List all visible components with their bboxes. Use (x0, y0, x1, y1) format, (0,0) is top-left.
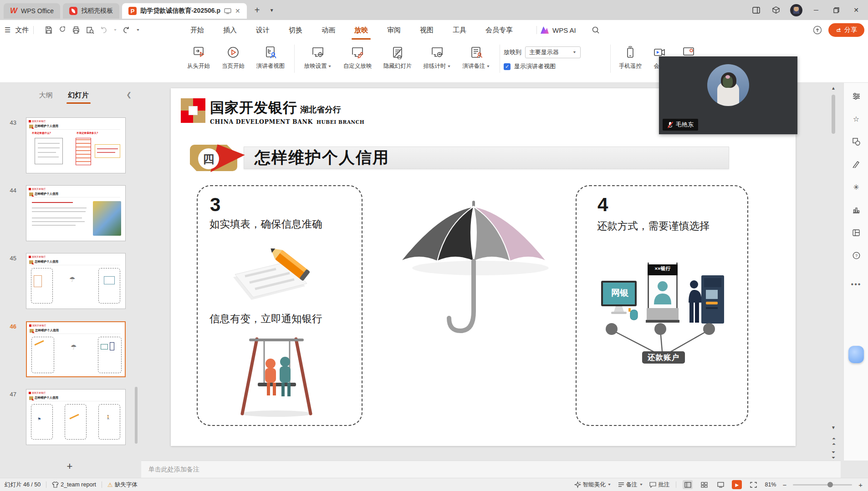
speaker-notes-button[interactable]: 演讲备注▼ (457, 40, 496, 82)
smart-beautify-button[interactable]: 智能美化▼ (574, 481, 612, 489)
slide-thumbnail-45[interactable]: 国家开发银行 怎样维护个人信用 ☂ (26, 253, 126, 309)
webcam-avatar (707, 64, 749, 106)
notes-bar[interactable]: 单击此处添加备注 (141, 461, 841, 478)
scroll-down-icon[interactable]: ▼ (830, 425, 837, 430)
zoom-in-button[interactable]: + (858, 481, 863, 489)
tab-transitions[interactable]: 切换 (289, 26, 302, 35)
file-menu[interactable]: 文件 (15, 26, 29, 35)
touch-mode-floating-icon[interactable] (848, 346, 864, 363)
divider (676, 481, 676, 488)
scroll-up-icon[interactable]: ▲ (830, 86, 837, 91)
fit-to-window-icon[interactable] (748, 480, 758, 489)
reading-view-button[interactable] (715, 480, 725, 489)
tab-docer-label: 找稻壳模板 (81, 7, 113, 15)
redo-dropdown-icon[interactable]: ▼ (136, 28, 140, 32)
phone-remote-icon (623, 46, 637, 59)
shapes-icon[interactable] (850, 136, 862, 147)
search-icon[interactable] (592, 26, 600, 34)
undo-icon[interactable] (100, 26, 107, 34)
missing-font-warning[interactable]: ⚠ 缺失字体 (107, 481, 138, 489)
tab-insert[interactable]: 插入 (223, 26, 237, 35)
from-beginning-icon (192, 46, 205, 59)
favorites-star-icon[interactable]: ☆ (850, 113, 862, 125)
tab-docer-templates[interactable]: 找稻壳模板 (63, 3, 119, 19)
notes-toggle-button[interactable]: 备注▼ (618, 481, 643, 489)
display-target-select[interactable]: 主要显示器 ▼ (525, 46, 581, 58)
doc-tag-item[interactable]: 2_team report (52, 481, 96, 488)
rehearse-timings-button[interactable]: 排练计时▼ (418, 40, 457, 82)
slides-tab[interactable]: 幻灯片 (68, 91, 89, 100)
comments-button[interactable]: 批注 (649, 481, 669, 489)
hamburger-menu-icon[interactable]: ☰ (5, 26, 10, 34)
badge-icon (29, 396, 33, 400)
zoom-slider[interactable] (793, 484, 852, 486)
hide-slide-button[interactable]: 隐藏幻灯片 (378, 40, 418, 82)
tab-view[interactable]: 视图 (420, 26, 434, 35)
tab-animation[interactable]: 动画 (322, 26, 335, 35)
slide-canvas[interactable]: 国家开发银行 湖北省分行 CHINA DEVELOPMENT BANKHUBEI… (171, 88, 796, 446)
share-button[interactable]: 分享 (828, 23, 864, 37)
undo-dropdown-icon[interactable]: ▼ (113, 28, 117, 32)
webcam-overlay[interactable]: 毛艳东 (659, 56, 797, 134)
slide-sorter-view-button[interactable] (699, 480, 709, 489)
show-settings-button[interactable]: 放映设置▼ (298, 40, 337, 82)
normal-view-button[interactable] (683, 480, 693, 489)
zoom-out-button[interactable]: − (782, 481, 786, 489)
outline-tab[interactable]: 大纲 (39, 91, 53, 100)
layout-pane-icon[interactable] (850, 227, 862, 238)
chart-icon[interactable] (850, 204, 862, 216)
minimize-button[interactable]: ─ (807, 3, 825, 17)
tab-wps-office[interactable]: W WPS Office (4, 3, 60, 19)
phone-remote-button[interactable]: 手机遥控 (614, 40, 646, 82)
zoom-percentage[interactable]: 81% (765, 481, 776, 488)
user-avatar[interactable] (787, 3, 805, 17)
previous-slide-button[interactable]: ⏶⏶ (830, 436, 837, 447)
from-beginning-button[interactable]: 从头开始 (181, 40, 216, 82)
presenter-view-button[interactable]: 演讲者视图 (250, 40, 291, 82)
custom-show-button[interactable]: 自定义放映 (337, 40, 378, 82)
save-icon[interactable] (45, 26, 53, 34)
next-slide-button[interactable]: ⏷⏷ (830, 450, 837, 461)
workspace-box-icon[interactable] (767, 3, 785, 17)
add-slide-button[interactable]: + (63, 460, 77, 473)
tab-slideshow[interactable]: 放映 (354, 26, 368, 35)
slide-thumbnail-47[interactable]: 国家开发银行 怎样维护个人信用 ⚑ 🚶 (26, 389, 126, 445)
close-window-button[interactable]: ✕ (847, 3, 865, 17)
slide-number: 44 (1, 187, 16, 194)
print-icon[interactable] (72, 26, 80, 34)
slide-scrollbar[interactable]: ▲ ▼ ⏶⏶ ⏷⏷ (830, 83, 837, 461)
slideshow-play-button[interactable]: ▶ (732, 480, 742, 489)
layout-switch-icon[interactable] (747, 3, 765, 17)
resource-flower-icon[interactable]: ✳ (850, 181, 862, 193)
slide-thumbnail-43[interactable]: 国家开发银行 怎样维护个人信用 不良记录是什么? 不良记录保存多久? (26, 117, 126, 173)
tab-design[interactable]: 设计 (256, 26, 270, 35)
zoom-slider-knob[interactable] (827, 482, 833, 487)
tab-membership[interactable]: 会员专享 (485, 26, 513, 35)
scrollbar-thumb[interactable] (832, 95, 835, 134)
redo-icon[interactable] (123, 26, 130, 34)
tab-list-dropdown-icon[interactable]: ▼ (266, 4, 278, 16)
export-icon[interactable] (58, 26, 66, 34)
from-current-button[interactable]: 当页开始 (216, 40, 250, 82)
more-tools-icon[interactable]: ••• (850, 278, 862, 290)
wps-ai-button[interactable]: WPS AI (552, 26, 576, 34)
pane-settings-sliders-icon[interactable] (850, 90, 862, 102)
tab-tools[interactable]: 工具 (453, 26, 466, 35)
point-3-line-1: 如实填表，确保信息准确 (209, 217, 322, 231)
panel-scrollbar-thumb[interactable] (135, 387, 138, 444)
maximize-button[interactable] (827, 3, 845, 17)
slide-thumbnail-44[interactable]: 国家开发银行 怎样维护个人信用 (26, 185, 126, 241)
close-tab-icon[interactable]: ✕ (235, 7, 240, 15)
show-presenter-view-checkbox[interactable]: ✓ (504, 63, 511, 70)
print-preview-icon[interactable] (86, 26, 94, 34)
help-icon[interactable]: ? (850, 249, 862, 261)
slide-thumbnail-46-current[interactable]: 国家开发银行 怎样维护个人信用 ☂ (26, 321, 126, 377)
ink-annotation-icon[interactable] (850, 158, 862, 170)
tab-document[interactable]: P 助学贷款诚信教育-202506.p ✕ (122, 3, 247, 19)
tab-review[interactable]: 审阅 (387, 26, 401, 35)
warning-icon: ⚠ (107, 481, 113, 488)
collapse-panel-icon[interactable]: ❮ (126, 91, 132, 98)
new-tab-button[interactable]: + (251, 4, 263, 16)
tab-home[interactable]: 开始 (190, 26, 204, 35)
upload-cloud-icon[interactable] (813, 25, 822, 35)
